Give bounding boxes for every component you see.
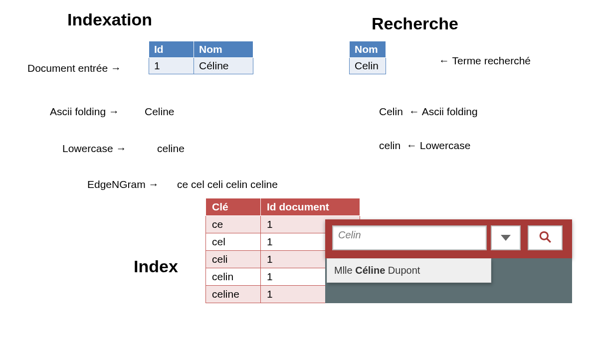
th-cle: Clé [206,198,261,216]
value-lowercase: celine [157,143,185,155]
td-rech-value: Celin [350,58,386,74]
svg-point-0 [540,232,548,239]
svg-line-1 [547,238,551,242]
heading-indexation: Indexation [67,10,152,29]
indexation-table: Id Nom 1 Céline [149,41,253,74]
chevron-down-icon [501,235,511,241]
step-doc-entry: Document entrée → [27,62,121,74]
search-suggestion[interactable]: Mlle Céline Dupont [327,258,491,283]
step-terme: ← Terme recherché [439,55,531,67]
value-edgengram: ce cel celi celin celine [177,179,278,190]
search-button[interactable] [528,225,563,250]
value-rech-lower: celin [379,140,400,152]
th-rech-nom: Nom [350,41,386,58]
step-edgengram: EdgeNGram → [87,179,159,190]
step-ascii: Ascii folding → [50,106,119,118]
suggestion-match: Céline [355,265,385,276]
step-lowercase: Lowercase → [62,143,126,155]
suggestion-suffix: Dupont [385,265,420,276]
heading-recherche: Recherche [372,14,458,33]
search-icon [539,230,552,246]
dropdown-button[interactable] [491,225,521,250]
heading-index: Index [134,257,178,276]
th-id-doc: Id document [261,198,360,216]
td-nom: Céline [194,58,253,74]
td-id: 1 [149,58,194,74]
suggestion-prefix: Mlle [334,265,355,276]
th-id: Id [149,41,194,58]
search-input[interactable]: Celin [332,225,487,250]
step-rech-ascii: ← Ascii folding [409,106,478,118]
value-rech-ascii: Celin [379,106,403,118]
step-rech-lower: ← Lowercase [406,140,470,152]
recherche-table: Nom Celin [349,41,386,74]
th-nom: Nom [194,41,253,58]
value-ascii: Celine [145,106,175,118]
